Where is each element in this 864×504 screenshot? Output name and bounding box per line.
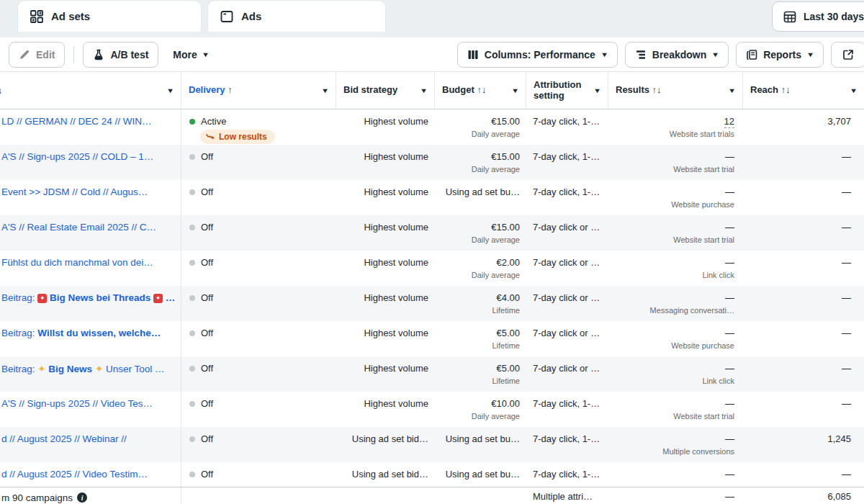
column-header-name[interactable]: ↑↓ ▼ bbox=[0, 72, 181, 109]
results-cell: —Link click bbox=[608, 251, 743, 286]
column-header-budget[interactable]: Budget ↑↓ ▼ bbox=[435, 72, 526, 109]
bid-strategy-cell: Highest volume bbox=[336, 286, 435, 321]
results-type: Website start trial bbox=[608, 235, 734, 244]
delivery-cell[interactable]: Off bbox=[181, 321, 336, 356]
bid-strategy-cell: Using ad set bid… bbox=[336, 462, 435, 487]
off-status-dot bbox=[189, 330, 195, 336]
ad-set-name-link[interactable]: A'S // Sign-ups 2025 // Video Tes… bbox=[0, 392, 181, 427]
export-icon bbox=[842, 48, 855, 61]
budget-type: Daily average bbox=[435, 235, 520, 244]
more-button[interactable]: More ▼ bbox=[166, 49, 215, 60]
attribution-cell: 7-day click, 1-… bbox=[526, 462, 608, 487]
chevron-down-icon[interactable]: ▼ bbox=[166, 87, 174, 94]
chevron-down-icon[interactable]: ▼ bbox=[728, 87, 736, 94]
chevron-down-icon[interactable]: ▼ bbox=[593, 87, 601, 94]
budget-type: Lifetime bbox=[435, 341, 520, 350]
delivery-cell[interactable]: Off bbox=[181, 286, 336, 321]
reach-cell: — bbox=[743, 462, 864, 487]
chevron-down-icon[interactable]: ▼ bbox=[321, 87, 329, 94]
ad-set-name-link[interactable]: Beitrag: Willst du wissen, welche… bbox=[0, 321, 181, 356]
ad-set-name-link[interactable]: Beitrag: ✦ Big News bei Threads ✦ … bbox=[0, 286, 181, 321]
columns-button[interactable]: Columns: Performance ▼ bbox=[457, 42, 618, 68]
column-header-attribution[interactable]: Attribution setting ▼ bbox=[526, 72, 608, 109]
chevron-down-icon: ▼ bbox=[600, 51, 608, 58]
results-value-link[interactable]: 12 bbox=[724, 116, 734, 128]
delivery-status: Off bbox=[201, 257, 213, 268]
sort-up-icon[interactable]: ↑ bbox=[228, 84, 233, 95]
reach-cell: 1,245 bbox=[743, 427, 864, 462]
chevron-down-icon[interactable]: ▼ bbox=[850, 87, 858, 94]
attribution-cell: 7-day click or … bbox=[526, 286, 608, 321]
ad-set-name-link[interactable]: Fühlst du dich manchmal von dei… bbox=[0, 251, 181, 286]
bid-strategy-cell: Highest volume bbox=[336, 109, 435, 145]
tab-ads[interactable]: Ads bbox=[207, 0, 386, 32]
reach-cell: — bbox=[743, 180, 864, 215]
low-results-badge[interactable]: Low results bbox=[200, 130, 274, 144]
ad-set-name-link[interactable]: Beitrag: ✦ Big News ✦ Unser Tool … bbox=[0, 356, 181, 392]
toolbar: Edit A/B test More ▼ Columns: Performanc… bbox=[0, 37, 864, 72]
ad-set-name-link[interactable]: LD // GERMAN // DEC 24 // WIN… bbox=[0, 109, 181, 145]
red-sparkle-badge-icon: ✦ bbox=[37, 294, 47, 303]
reach-cell: — bbox=[743, 321, 864, 356]
calendar-icon bbox=[783, 9, 797, 24]
results-cell: —Website start trial bbox=[608, 145, 743, 180]
delivery-cell[interactable]: ActiveLow results bbox=[181, 109, 336, 145]
budget-cell: €2.00Daily average bbox=[435, 251, 526, 286]
export-button[interactable] bbox=[831, 42, 864, 68]
results-type: Website purchase bbox=[608, 200, 734, 209]
chevron-down-icon: ▼ bbox=[202, 51, 210, 58]
date-range-label: Last 30 days: bbox=[804, 11, 864, 22]
column-header-delivery[interactable]: Delivery ↑ ▼ bbox=[181, 72, 336, 109]
delivery-status: Off bbox=[201, 151, 213, 162]
results-type: Website start trials bbox=[608, 130, 734, 138]
column-header-results[interactable]: Results ↑↓ ▼ bbox=[608, 72, 743, 109]
ad-set-name-link[interactable]: d // August 2025 // Video Testim… bbox=[0, 462, 181, 487]
delivery-cell[interactable]: Off bbox=[181, 392, 336, 427]
sort-icon[interactable]: ↑↓ bbox=[0, 86, 1, 96]
budget-cell: €4.00Lifetime bbox=[435, 286, 526, 321]
delivery-cell[interactable]: Off bbox=[181, 215, 336, 251]
delivery-cell[interactable]: Off bbox=[181, 180, 336, 215]
table-row: Beitrag: ✦ Big News ✦ Unser Tool …OffHig… bbox=[0, 356, 864, 392]
chevron-down-icon[interactable]: ▼ bbox=[420, 87, 428, 94]
table-row: LD // GERMAN // DEC 24 // WIN…ActiveLow … bbox=[0, 109, 864, 145]
edit-button[interactable]: Edit bbox=[9, 42, 65, 68]
ad-set-name-link[interactable]: A'S // Sign-ups 2025 // COLD – 1… bbox=[0, 145, 181, 180]
campaign-count: m 90 campaigns i bbox=[0, 487, 181, 504]
delivery-cell[interactable]: Off bbox=[181, 145, 336, 180]
off-status-dot bbox=[189, 436, 195, 442]
tab-ad-sets[interactable]: Ad sets bbox=[17, 0, 202, 32]
bid-strategy-cell: Highest volume bbox=[336, 321, 435, 356]
bid-strategy-cell: Using ad set bid… bbox=[336, 427, 435, 462]
ad-set-name-link[interactable]: Event >> JDSM // Cold // Augus… bbox=[0, 180, 181, 215]
date-range-button[interactable]: Last 30 days: bbox=[772, 1, 864, 32]
ad-set-name-link[interactable]: A'S // Real Estate Email 2025 // C… bbox=[0, 215, 181, 251]
results-cell: —Website purchase bbox=[608, 180, 743, 215]
budget-cell: €10.00Daily average bbox=[435, 392, 526, 427]
trend-down-icon bbox=[206, 133, 215, 140]
off-status-dot bbox=[189, 189, 195, 195]
ad-set-name-link[interactable]: d // August 2025 // Webinar // bbox=[0, 427, 181, 462]
bid-strategy-cell: Highest volume bbox=[336, 215, 435, 251]
column-header-reach[interactable]: Reach ↑↓ ▼ bbox=[743, 72, 864, 109]
table-header: ↑↓ ▼ Delivery ↑ ▼ Bid strategy ▼ Budget … bbox=[0, 72, 864, 109]
delivery-status: Off bbox=[201, 433, 213, 444]
delivery-cell[interactable]: Off bbox=[181, 462, 336, 487]
ab-test-button[interactable]: A/B test bbox=[83, 42, 158, 68]
attribution-cell: 7-day click or … bbox=[526, 215, 608, 251]
delivery-cell[interactable]: Off bbox=[181, 356, 336, 392]
delivery-cell[interactable]: Off bbox=[181, 427, 336, 462]
breakdown-button[interactable]: Breakdown ▼ bbox=[625, 42, 729, 68]
reach-cell: — bbox=[743, 145, 864, 180]
delivery-cell[interactable]: Off bbox=[181, 251, 336, 286]
reach-cell: — bbox=[743, 392, 864, 427]
column-header-bid-strategy[interactable]: Bid strategy ▼ bbox=[336, 72, 435, 109]
results-cell: —Link click bbox=[608, 356, 743, 392]
info-icon[interactable]: i bbox=[77, 492, 87, 503]
results-type: Link click bbox=[608, 377, 734, 385]
reach-cell: 3,707 bbox=[743, 109, 864, 145]
reports-button[interactable]: Reports ▼ bbox=[736, 42, 824, 68]
results-type: Messaging conversati… bbox=[608, 306, 734, 315]
attribution-cell: 7-day click or … bbox=[526, 356, 608, 392]
chevron-down-icon[interactable]: ▼ bbox=[511, 87, 519, 94]
